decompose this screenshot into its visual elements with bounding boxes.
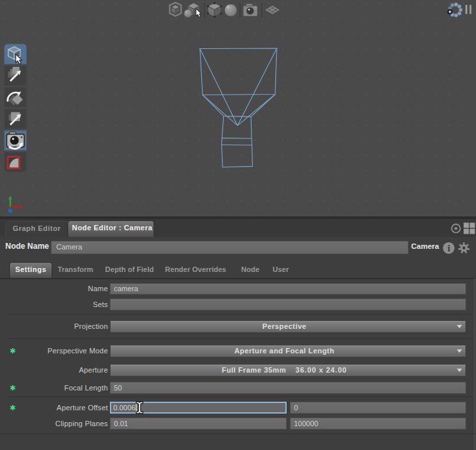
svg-text:i: i (448, 243, 450, 253)
